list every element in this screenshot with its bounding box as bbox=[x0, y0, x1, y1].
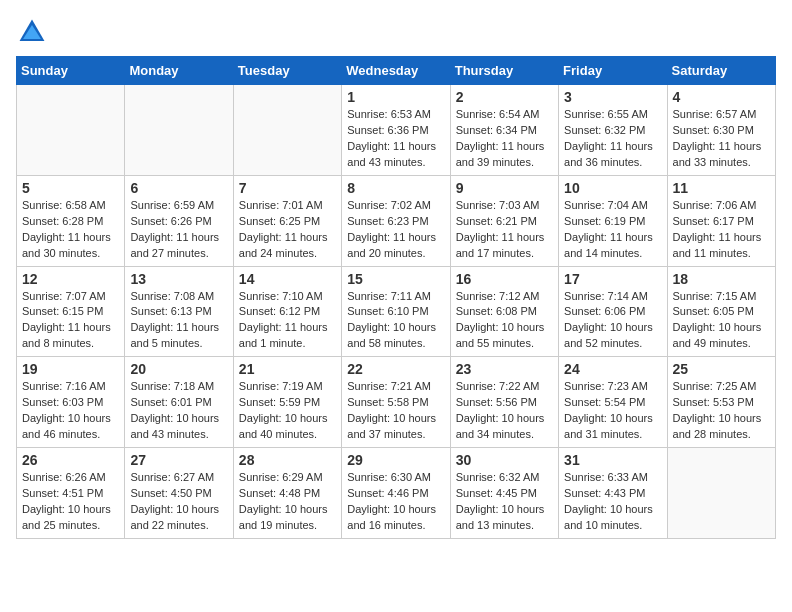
calendar-cell bbox=[233, 85, 341, 176]
day-info: Sunrise: 7:10 AM Sunset: 6:12 PM Dayligh… bbox=[239, 289, 336, 353]
calendar-cell: 30Sunrise: 6:32 AM Sunset: 4:45 PM Dayli… bbox=[450, 448, 558, 539]
calendar-cell: 29Sunrise: 6:30 AM Sunset: 4:46 PM Dayli… bbox=[342, 448, 450, 539]
day-number: 3 bbox=[564, 89, 661, 105]
calendar-cell: 15Sunrise: 7:11 AM Sunset: 6:10 PM Dayli… bbox=[342, 266, 450, 357]
day-info: Sunrise: 7:08 AM Sunset: 6:13 PM Dayligh… bbox=[130, 289, 227, 353]
day-number: 27 bbox=[130, 452, 227, 468]
week-row-5: 26Sunrise: 6:26 AM Sunset: 4:51 PM Dayli… bbox=[17, 448, 776, 539]
day-info: Sunrise: 7:07 AM Sunset: 6:15 PM Dayligh… bbox=[22, 289, 119, 353]
day-info: Sunrise: 6:54 AM Sunset: 6:34 PM Dayligh… bbox=[456, 107, 553, 171]
day-number: 16 bbox=[456, 271, 553, 287]
calendar-cell: 19Sunrise: 7:16 AM Sunset: 6:03 PM Dayli… bbox=[17, 357, 125, 448]
day-number: 31 bbox=[564, 452, 661, 468]
logo bbox=[16, 16, 52, 48]
day-header-tuesday: Tuesday bbox=[233, 57, 341, 85]
day-number: 20 bbox=[130, 361, 227, 377]
day-info: Sunrise: 6:27 AM Sunset: 4:50 PM Dayligh… bbox=[130, 470, 227, 534]
day-number: 22 bbox=[347, 361, 444, 377]
calendar-cell: 27Sunrise: 6:27 AM Sunset: 4:50 PM Dayli… bbox=[125, 448, 233, 539]
calendar-header-row: SundayMondayTuesdayWednesdayThursdayFrid… bbox=[17, 57, 776, 85]
calendar-cell: 26Sunrise: 6:26 AM Sunset: 4:51 PM Dayli… bbox=[17, 448, 125, 539]
calendar-cell: 31Sunrise: 6:33 AM Sunset: 4:43 PM Dayli… bbox=[559, 448, 667, 539]
day-info: Sunrise: 7:06 AM Sunset: 6:17 PM Dayligh… bbox=[673, 198, 770, 262]
calendar-cell: 13Sunrise: 7:08 AM Sunset: 6:13 PM Dayli… bbox=[125, 266, 233, 357]
calendar-cell: 18Sunrise: 7:15 AM Sunset: 6:05 PM Dayli… bbox=[667, 266, 775, 357]
day-info: Sunrise: 6:32 AM Sunset: 4:45 PM Dayligh… bbox=[456, 470, 553, 534]
day-header-thursday: Thursday bbox=[450, 57, 558, 85]
calendar-cell bbox=[125, 85, 233, 176]
week-row-4: 19Sunrise: 7:16 AM Sunset: 6:03 PM Dayli… bbox=[17, 357, 776, 448]
day-number: 13 bbox=[130, 271, 227, 287]
calendar-cell bbox=[17, 85, 125, 176]
day-info: Sunrise: 6:29 AM Sunset: 4:48 PM Dayligh… bbox=[239, 470, 336, 534]
day-info: Sunrise: 7:25 AM Sunset: 5:53 PM Dayligh… bbox=[673, 379, 770, 443]
calendar-cell: 11Sunrise: 7:06 AM Sunset: 6:17 PM Dayli… bbox=[667, 175, 775, 266]
calendar-cell: 24Sunrise: 7:23 AM Sunset: 5:54 PM Dayli… bbox=[559, 357, 667, 448]
calendar-cell: 9Sunrise: 7:03 AM Sunset: 6:21 PM Daylig… bbox=[450, 175, 558, 266]
day-number: 21 bbox=[239, 361, 336, 377]
day-number: 9 bbox=[456, 180, 553, 196]
calendar-cell: 5Sunrise: 6:58 AM Sunset: 6:28 PM Daylig… bbox=[17, 175, 125, 266]
day-number: 28 bbox=[239, 452, 336, 468]
day-number: 10 bbox=[564, 180, 661, 196]
page-header bbox=[16, 16, 776, 48]
day-header-saturday: Saturday bbox=[667, 57, 775, 85]
day-info: Sunrise: 6:58 AM Sunset: 6:28 PM Dayligh… bbox=[22, 198, 119, 262]
day-info: Sunrise: 6:53 AM Sunset: 6:36 PM Dayligh… bbox=[347, 107, 444, 171]
calendar-cell: 17Sunrise: 7:14 AM Sunset: 6:06 PM Dayli… bbox=[559, 266, 667, 357]
calendar-cell: 1Sunrise: 6:53 AM Sunset: 6:36 PM Daylig… bbox=[342, 85, 450, 176]
day-info: Sunrise: 7:14 AM Sunset: 6:06 PM Dayligh… bbox=[564, 289, 661, 353]
calendar-cell: 20Sunrise: 7:18 AM Sunset: 6:01 PM Dayli… bbox=[125, 357, 233, 448]
day-info: Sunrise: 7:22 AM Sunset: 5:56 PM Dayligh… bbox=[456, 379, 553, 443]
day-info: Sunrise: 6:33 AM Sunset: 4:43 PM Dayligh… bbox=[564, 470, 661, 534]
calendar-table: SundayMondayTuesdayWednesdayThursdayFrid… bbox=[16, 56, 776, 539]
day-number: 30 bbox=[456, 452, 553, 468]
day-info: Sunrise: 7:03 AM Sunset: 6:21 PM Dayligh… bbox=[456, 198, 553, 262]
day-info: Sunrise: 7:02 AM Sunset: 6:23 PM Dayligh… bbox=[347, 198, 444, 262]
day-number: 24 bbox=[564, 361, 661, 377]
day-number: 6 bbox=[130, 180, 227, 196]
calendar-cell: 10Sunrise: 7:04 AM Sunset: 6:19 PM Dayli… bbox=[559, 175, 667, 266]
day-number: 26 bbox=[22, 452, 119, 468]
calendar-cell: 14Sunrise: 7:10 AM Sunset: 6:12 PM Dayli… bbox=[233, 266, 341, 357]
calendar-cell: 21Sunrise: 7:19 AM Sunset: 5:59 PM Dayli… bbox=[233, 357, 341, 448]
day-number: 7 bbox=[239, 180, 336, 196]
day-info: Sunrise: 7:01 AM Sunset: 6:25 PM Dayligh… bbox=[239, 198, 336, 262]
day-info: Sunrise: 7:04 AM Sunset: 6:19 PM Dayligh… bbox=[564, 198, 661, 262]
day-header-sunday: Sunday bbox=[17, 57, 125, 85]
calendar-cell: 12Sunrise: 7:07 AM Sunset: 6:15 PM Dayli… bbox=[17, 266, 125, 357]
calendar-cell: 7Sunrise: 7:01 AM Sunset: 6:25 PM Daylig… bbox=[233, 175, 341, 266]
day-header-monday: Monday bbox=[125, 57, 233, 85]
calendar-cell: 28Sunrise: 6:29 AM Sunset: 4:48 PM Dayli… bbox=[233, 448, 341, 539]
day-number: 19 bbox=[22, 361, 119, 377]
calendar-cell: 6Sunrise: 6:59 AM Sunset: 6:26 PM Daylig… bbox=[125, 175, 233, 266]
day-info: Sunrise: 6:59 AM Sunset: 6:26 PM Dayligh… bbox=[130, 198, 227, 262]
day-header-friday: Friday bbox=[559, 57, 667, 85]
day-info: Sunrise: 6:55 AM Sunset: 6:32 PM Dayligh… bbox=[564, 107, 661, 171]
day-info: Sunrise: 7:12 AM Sunset: 6:08 PM Dayligh… bbox=[456, 289, 553, 353]
day-number: 14 bbox=[239, 271, 336, 287]
day-number: 5 bbox=[22, 180, 119, 196]
calendar-cell: 23Sunrise: 7:22 AM Sunset: 5:56 PM Dayli… bbox=[450, 357, 558, 448]
day-number: 15 bbox=[347, 271, 444, 287]
day-number: 12 bbox=[22, 271, 119, 287]
calendar-cell: 2Sunrise: 6:54 AM Sunset: 6:34 PM Daylig… bbox=[450, 85, 558, 176]
day-info: Sunrise: 6:57 AM Sunset: 6:30 PM Dayligh… bbox=[673, 107, 770, 171]
calendar-cell: 16Sunrise: 7:12 AM Sunset: 6:08 PM Dayli… bbox=[450, 266, 558, 357]
day-info: Sunrise: 7:23 AM Sunset: 5:54 PM Dayligh… bbox=[564, 379, 661, 443]
day-info: Sunrise: 7:16 AM Sunset: 6:03 PM Dayligh… bbox=[22, 379, 119, 443]
week-row-1: 1Sunrise: 6:53 AM Sunset: 6:36 PM Daylig… bbox=[17, 85, 776, 176]
day-number: 23 bbox=[456, 361, 553, 377]
day-number: 17 bbox=[564, 271, 661, 287]
week-row-3: 12Sunrise: 7:07 AM Sunset: 6:15 PM Dayli… bbox=[17, 266, 776, 357]
day-number: 11 bbox=[673, 180, 770, 196]
day-info: Sunrise: 7:11 AM Sunset: 6:10 PM Dayligh… bbox=[347, 289, 444, 353]
day-number: 2 bbox=[456, 89, 553, 105]
calendar-cell: 25Sunrise: 7:25 AM Sunset: 5:53 PM Dayli… bbox=[667, 357, 775, 448]
day-info: Sunrise: 6:26 AM Sunset: 4:51 PM Dayligh… bbox=[22, 470, 119, 534]
day-info: Sunrise: 7:21 AM Sunset: 5:58 PM Dayligh… bbox=[347, 379, 444, 443]
day-number: 4 bbox=[673, 89, 770, 105]
day-number: 1 bbox=[347, 89, 444, 105]
day-info: Sunrise: 7:15 AM Sunset: 6:05 PM Dayligh… bbox=[673, 289, 770, 353]
day-number: 8 bbox=[347, 180, 444, 196]
